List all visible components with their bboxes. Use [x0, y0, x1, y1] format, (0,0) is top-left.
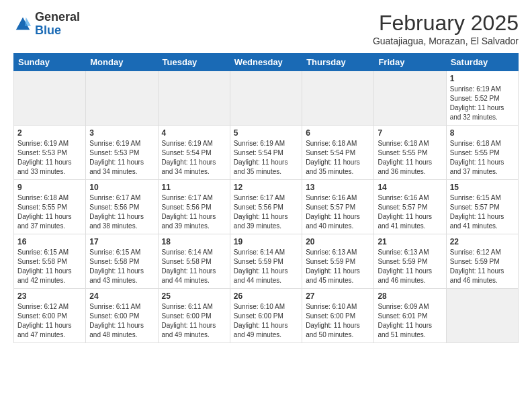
day-number: 8	[450, 128, 515, 138]
day-info: Sunrise: 6:12 AM Sunset: 5:59 PM Dayligh…	[450, 248, 515, 285]
day-number: 4	[162, 128, 226, 138]
day-info: Sunrise: 6:19 AM Sunset: 5:54 PM Dayligh…	[234, 139, 298, 177]
day-number: 26	[234, 291, 298, 301]
calendar-cell	[14, 71, 86, 126]
day-info: Sunrise: 6:17 AM Sunset: 5:56 PM Dayligh…	[162, 193, 226, 231]
day-info: Sunrise: 6:18 AM Sunset: 5:55 PM Dayligh…	[378, 139, 442, 177]
calendar-cell	[446, 289, 518, 343]
weekday-header-row: SundayMondayTuesdayWednesdayThursdayFrid…	[14, 54, 519, 71]
day-info: Sunrise: 6:17 AM Sunset: 5:56 PM Dayligh…	[89, 193, 154, 231]
calendar-cell: 6Sunrise: 6:18 AM Sunset: 5:54 PM Daylig…	[302, 126, 374, 180]
day-info: Sunrise: 6:19 AM Sunset: 5:52 PM Dayligh…	[450, 85, 515, 122]
day-number: 19	[234, 237, 298, 246]
day-info: Sunrise: 6:16 AM Sunset: 5:57 PM Dayligh…	[306, 193, 370, 231]
svg-marker-1	[25, 17, 31, 26]
day-number: 20	[306, 237, 370, 246]
calendar-cell: 1Sunrise: 6:19 AM Sunset: 5:52 PM Daylig…	[446, 71, 518, 126]
calendar-cell: 13Sunrise: 6:16 AM Sunset: 5:57 PM Dayli…	[302, 180, 374, 234]
day-info: Sunrise: 6:19 AM Sunset: 5:54 PM Dayligh…	[162, 139, 226, 177]
calendar-cell: 9Sunrise: 6:18 AM Sunset: 5:55 PM Daylig…	[14, 180, 86, 234]
calendar-cell: 17Sunrise: 6:15 AM Sunset: 5:58 PM Dayli…	[86, 234, 158, 289]
day-info: Sunrise: 6:19 AM Sunset: 5:53 PM Dayligh…	[89, 139, 154, 177]
day-info: Sunrise: 6:10 AM Sunset: 6:00 PM Dayligh…	[234, 302, 298, 340]
calendar: SundayMondayTuesdayWednesdayThursdayFrid…	[13, 53, 519, 343]
month-title: February 2025	[373, 11, 519, 36]
logo-blue: Blue	[35, 24, 61, 37]
week-row-3: 16Sunrise: 6:15 AM Sunset: 5:58 PM Dayli…	[14, 234, 519, 289]
day-number: 10	[89, 183, 154, 192]
calendar-cell	[302, 71, 374, 126]
calendar-cell	[374, 71, 446, 126]
logo-text: General Blue	[35, 11, 80, 38]
day-number: 9	[17, 183, 82, 192]
day-info: Sunrise: 6:16 AM Sunset: 5:57 PM Dayligh…	[378, 193, 442, 231]
day-number: 23	[17, 291, 82, 301]
calendar-cell: 25Sunrise: 6:11 AM Sunset: 6:00 PM Dayli…	[158, 289, 230, 343]
calendar-cell: 27Sunrise: 6:10 AM Sunset: 6:00 PM Dayli…	[302, 289, 374, 343]
calendar-cell: 19Sunrise: 6:14 AM Sunset: 5:59 PM Dayli…	[230, 234, 302, 289]
calendar-cell: 2Sunrise: 6:19 AM Sunset: 5:53 PM Daylig…	[14, 126, 86, 180]
day-number: 14	[378, 183, 442, 192]
calendar-cell	[158, 71, 230, 126]
day-info: Sunrise: 6:11 AM Sunset: 6:00 PM Dayligh…	[162, 302, 226, 340]
logo-general: General	[35, 10, 80, 24]
weekday-header-saturday: Saturday	[446, 54, 518, 71]
weekday-header-thursday: Thursday	[302, 54, 374, 71]
day-info: Sunrise: 6:19 AM Sunset: 5:53 PM Dayligh…	[17, 139, 82, 177]
day-number: 28	[378, 291, 442, 301]
calendar-cell: 23Sunrise: 6:12 AM Sunset: 6:00 PM Dayli…	[14, 289, 86, 343]
calendar-cell: 28Sunrise: 6:09 AM Sunset: 6:01 PM Dayli…	[374, 289, 446, 343]
day-number: 25	[162, 291, 226, 301]
day-number: 2	[17, 128, 82, 138]
week-row-0: 1Sunrise: 6:19 AM Sunset: 5:52 PM Daylig…	[14, 71, 519, 126]
calendar-cell: 18Sunrise: 6:14 AM Sunset: 5:58 PM Dayli…	[158, 234, 230, 289]
calendar-cell: 12Sunrise: 6:17 AM Sunset: 5:56 PM Dayli…	[230, 180, 302, 234]
day-info: Sunrise: 6:17 AM Sunset: 5:56 PM Dayligh…	[234, 193, 298, 231]
location-subtitle: Guatajiagua, Morazan, El Salvador	[373, 36, 519, 46]
day-number: 21	[378, 237, 442, 246]
day-info: Sunrise: 6:18 AM Sunset: 5:54 PM Dayligh…	[306, 139, 370, 177]
calendar-cell: 3Sunrise: 6:19 AM Sunset: 5:53 PM Daylig…	[86, 126, 158, 180]
day-number: 24	[89, 291, 154, 301]
day-number: 1	[450, 74, 515, 83]
week-row-4: 23Sunrise: 6:12 AM Sunset: 6:00 PM Dayli…	[14, 289, 519, 343]
weekday-header-wednesday: Wednesday	[230, 54, 302, 71]
calendar-cell: 20Sunrise: 6:13 AM Sunset: 5:59 PM Dayli…	[302, 234, 374, 289]
day-number: 5	[234, 128, 298, 138]
day-info: Sunrise: 6:13 AM Sunset: 5:59 PM Dayligh…	[378, 248, 442, 285]
calendar-cell	[230, 71, 302, 126]
title-block: February 2025 Guatajiagua, Morazan, El S…	[373, 11, 519, 46]
day-number: 13	[306, 183, 370, 192]
day-number: 27	[306, 291, 370, 301]
day-info: Sunrise: 6:09 AM Sunset: 6:01 PM Dayligh…	[378, 302, 442, 340]
day-number: 7	[378, 128, 442, 138]
calendar-cell: 8Sunrise: 6:18 AM Sunset: 5:55 PM Daylig…	[446, 126, 518, 180]
day-number: 6	[306, 128, 370, 138]
calendar-cell: 10Sunrise: 6:17 AM Sunset: 5:56 PM Dayli…	[86, 180, 158, 234]
day-info: Sunrise: 6:18 AM Sunset: 5:55 PM Dayligh…	[17, 193, 82, 231]
day-number: 11	[162, 183, 226, 192]
calendar-cell: 16Sunrise: 6:15 AM Sunset: 5:58 PM Dayli…	[14, 234, 86, 289]
calendar-cell	[86, 71, 158, 126]
calendar-cell: 26Sunrise: 6:10 AM Sunset: 6:00 PM Dayli…	[230, 289, 302, 343]
calendar-cell: 14Sunrise: 6:16 AM Sunset: 5:57 PM Dayli…	[374, 180, 446, 234]
weekday-header-friday: Friday	[374, 54, 446, 71]
calendar-cell: 11Sunrise: 6:17 AM Sunset: 5:56 PM Dayli…	[158, 180, 230, 234]
day-info: Sunrise: 6:14 AM Sunset: 5:58 PM Dayligh…	[162, 248, 226, 285]
day-number: 15	[450, 183, 515, 192]
day-number: 22	[450, 237, 515, 246]
calendar-cell: 22Sunrise: 6:12 AM Sunset: 5:59 PM Dayli…	[446, 234, 518, 289]
calendar-cell: 5Sunrise: 6:19 AM Sunset: 5:54 PM Daylig…	[230, 126, 302, 180]
logo-icon	[13, 15, 32, 34]
day-info: Sunrise: 6:11 AM Sunset: 6:00 PM Dayligh…	[89, 302, 154, 340]
day-number: 12	[234, 183, 298, 192]
day-number: 17	[89, 237, 154, 246]
calendar-cell: 4Sunrise: 6:19 AM Sunset: 5:54 PM Daylig…	[158, 126, 230, 180]
day-info: Sunrise: 6:15 AM Sunset: 5:58 PM Dayligh…	[17, 248, 82, 285]
weekday-header-sunday: Sunday	[14, 54, 86, 71]
calendar-cell: 21Sunrise: 6:13 AM Sunset: 5:59 PM Dayli…	[374, 234, 446, 289]
calendar-cell: 15Sunrise: 6:15 AM Sunset: 5:57 PM Dayli…	[446, 180, 518, 234]
day-info: Sunrise: 6:18 AM Sunset: 5:55 PM Dayligh…	[450, 139, 515, 177]
day-info: Sunrise: 6:15 AM Sunset: 5:58 PM Dayligh…	[89, 248, 154, 285]
calendar-cell: 24Sunrise: 6:11 AM Sunset: 6:00 PM Dayli…	[86, 289, 158, 343]
